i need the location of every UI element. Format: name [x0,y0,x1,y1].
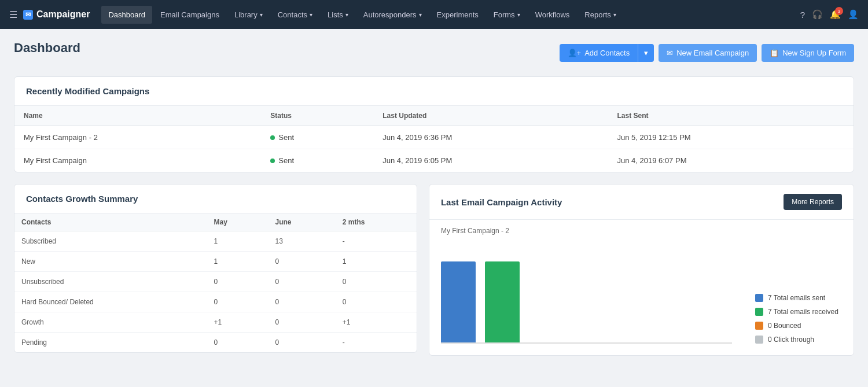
contacts-may-cell: 0 [207,333,269,353]
new-sign-up-form-button[interactable]: 📋 New Sign Up Form [762,44,854,62]
add-contacts-button[interactable]: 👤+ Add Contacts [560,44,638,62]
contacts-may-cell: 0 [207,292,269,312]
status-dot [270,135,275,140]
add-contacts-dropdown-toggle[interactable]: ▾ [638,44,654,62]
contacts-label-cell: Pending [14,333,207,353]
nav-item-email-campaigns[interactable]: Email Campaigns [153,6,226,24]
contacts-may-cell: 0 [207,272,269,292]
legend-item: 0 Bounced [755,322,842,330]
table-row[interactable]: My First Campaign Sent Jun 4, 2019 6:05 … [14,149,854,172]
nav-item-experiments[interactable]: Experiments [430,6,486,24]
add-contacts-icon: 👤+ [568,49,582,57]
nav-items: Dashboard Email Campaigns Library ▾ Cont… [101,6,800,24]
list-item: Unsubscribed 0 0 0 [14,272,417,292]
chart-container: 7 Total emails sent 7 Total emails recei… [441,244,842,344]
chart-bar-item [441,244,476,342]
contacts-may-cell: +1 [207,312,269,333]
chart-legend: 7 Total emails sent 7 Total emails recei… [749,294,842,344]
email-activity-column: Last Email Campaign Activity More Report… [429,184,854,367]
legend-item: 7 Total emails received [755,308,842,316]
col-status: Status [261,106,373,126]
contacts-may-cell: 1 [207,252,269,272]
status-dot [270,159,275,163]
legend-color [755,322,763,330]
campaigns-card: Recently Modified Campaigns Name Status … [14,76,854,172]
list-item: Hard Bounced/ Deleted 0 0 0 [14,292,417,312]
campaign-status-cell: Sent [261,149,373,172]
chart-body: My First Campaign - 2 7 Total emails sen… [429,220,854,355]
nav-right: ? 🎧 🔔 3 👤 [800,9,859,20]
contacts-col-2mths: 2 mths [336,213,417,231]
campaign-updated-cell: Jun 4, 2019 6:05 PM [373,149,608,172]
campaign-name-cell: My First Campaign - 2 [14,126,261,149]
chevron-down-icon: ▾ [613,12,616,18]
nav-item-lists[interactable]: Lists ▾ [321,6,355,24]
nav-item-reports[interactable]: Reports ▾ [578,6,623,24]
contacts-card: Contacts Growth Summary Contacts May Jun… [14,184,417,353]
contacts-col-may: May [207,213,269,231]
new-email-campaign-button[interactable]: ✉ New Email Campaign [659,44,757,62]
chart-baseline [441,342,732,344]
legend-item: 7 Total emails sent [755,294,842,302]
chart-bar-item [485,244,520,342]
chart-bar-item [573,244,608,342]
contacts-title: Contacts Growth Summary [26,194,138,204]
contacts-label-cell: Unsubscribed [14,272,207,292]
more-reports-button[interactable]: More Reports [784,194,842,210]
campaigns-table: Name Status Last Updated Last Sent My Fi… [14,106,854,172]
legend-label: 0 Bounced [768,322,801,330]
nav-item-contacts[interactable]: Contacts ▾ [271,6,319,24]
email-activity-header: Last Email Campaign Activity More Report… [429,185,854,220]
hamburger-icon[interactable]: ☰ [9,9,17,20]
page-title: Dashboard [14,40,80,56]
brand-icon: ✉ [23,10,33,20]
legend-label: 0 Click through [768,336,814,344]
contacts-card-body: Contacts May June 2 mths Subscribed 1 13… [14,213,417,352]
legend-color [755,308,763,316]
contacts-june-cell: 0 [268,252,335,272]
contacts-june-cell: 0 [268,272,335,292]
chart-bar [441,261,476,342]
nav-item-autoresponders[interactable]: Autoresponders ▾ [356,6,429,24]
contacts-table-header: Contacts May June 2 mths [14,213,417,231]
list-item: Pending 0 0 - [14,333,417,353]
notification-badge: 3 [835,7,843,15]
campaign-updated-cell: Jun 4, 2019 6:36 PM [373,126,608,149]
legend-item: 0 Click through [755,336,842,344]
help-icon[interactable]: ? [800,10,805,20]
contacts-label-cell: New [14,252,207,272]
brand-name: Campaigner [36,9,90,20]
headset-icon[interactable]: 🎧 [812,9,823,20]
chevron-down-icon: ▾ [345,12,348,18]
chart-area [441,244,732,344]
chart-bars [441,244,732,342]
campaign-sent-cell: Jun 5, 2019 12:15 PM [608,126,854,149]
nav-item-dashboard[interactable]: Dashboard [101,6,152,24]
nav-item-forms[interactable]: Forms ▾ [487,6,527,24]
campaign-name-cell: My First Campaign [14,149,261,172]
contacts-2mths-cell: +1 [336,312,417,333]
col-last-sent: Last Sent [608,106,854,126]
navbar: ☰ ✉ Campaigner Dashboard Email Campaigns… [0,0,868,29]
table-row[interactable]: My First Campaign - 2 Sent Jun 4, 2019 6… [14,126,854,149]
add-contacts-split: 👤+ Add Contacts ▾ [560,44,654,62]
contacts-2mths-cell: 0 [336,292,417,312]
email-activity-card: Last Email Campaign Activity More Report… [429,184,854,356]
page-content: Dashboard 👤+ Add Contacts ▾ ✉ New Email … [0,29,868,379]
contacts-june-cell: 13 [268,231,335,252]
campaigns-card-header: Recently Modified Campaigns [14,77,854,106]
notifications-icon[interactable]: 🔔 3 [830,9,841,20]
list-item: New 1 0 1 [14,252,417,272]
campaign-sent-cell: Jun 4, 2019 6:07 PM [608,149,854,172]
user-avatar[interactable]: 👤 [848,9,859,20]
chevron-down-icon: ▾ [419,12,422,18]
nav-item-library[interactable]: Library ▾ [227,6,270,24]
col-name: Name [14,106,261,126]
contacts-card-header: Contacts Growth Summary [14,185,417,213]
chart-campaign-name: My First Campaign - 2 [441,227,842,235]
brand-logo[interactable]: ✉ Campaigner [23,9,90,20]
contacts-col-label: Contacts [14,213,207,231]
nav-item-workflows[interactable]: Workflows [528,6,577,24]
chart-bar-item [529,244,564,342]
legend-color [755,294,763,302]
